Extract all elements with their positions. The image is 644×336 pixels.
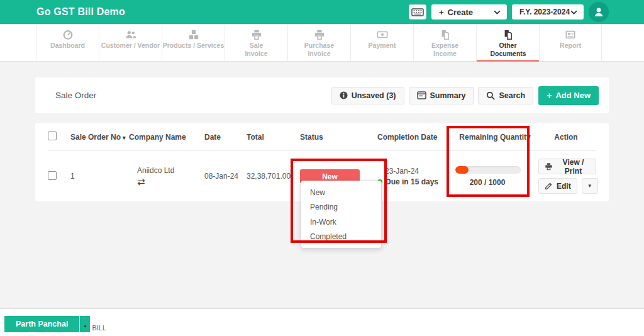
unsaved-label: Unsaved (3)	[352, 91, 396, 100]
company-name: Aniidco Ltd	[137, 166, 204, 175]
row-checkbox-cell	[48, 171, 70, 182]
chevron-down-icon	[494, 10, 501, 14]
printer-icon	[225, 29, 287, 40]
printer-icon	[545, 162, 553, 171]
nav-tab-label: Other Documents	[491, 42, 526, 58]
completion-date: 23-Jan-24	[377, 167, 454, 176]
sale-order-table: Sale Order No▾ Company Name Date Total S…	[35, 123, 609, 201]
nav-tab-customer-vendor[interactable]: Customer / Vendor	[99, 24, 162, 61]
edit-label: Edit	[557, 182, 571, 191]
nav-tab-label: Purchase Invoice	[302, 42, 337, 58]
banknote-icon	[351, 29, 413, 40]
status-dropdown-menu: New Pending In-Work Completed	[301, 181, 382, 249]
status-option-pending[interactable]: Pending	[301, 200, 381, 215]
nav-tab-products-services[interactable]: Products / Services	[162, 24, 225, 61]
table-header-row: Sale Order No▾ Company Name Date Total S…	[48, 123, 596, 151]
date-cell: 08-Jan-24	[204, 172, 247, 181]
user-avatar[interactable]	[589, 2, 609, 22]
remaining-progress-bar	[455, 166, 521, 174]
user-menu-caret-button[interactable]: ▲	[79, 316, 90, 332]
sort-caret-icon: ▾	[123, 135, 126, 141]
due-line: Due in 15 days	[377, 177, 454, 186]
select-all-checkbox[interactable]	[48, 132, 57, 140]
due-text: Due in 15 days	[386, 177, 438, 186]
add-new-label: Add New	[555, 91, 591, 100]
keyboard-shortcut-button[interactable]	[409, 4, 426, 20]
column-action: Action	[536, 133, 596, 142]
swap-arrows-icon[interactable]: ⇄	[137, 177, 145, 186]
nav-tab-label: Expense Income	[428, 42, 463, 58]
status-option-new[interactable]: New	[301, 185, 381, 200]
column-date: Date	[204, 133, 247, 142]
summary-label: Summary	[430, 91, 466, 100]
caret-down-icon: ▼	[587, 183, 592, 189]
keyboard-icon	[411, 8, 424, 16]
nav-tab-label: Dashboard	[36, 42, 99, 50]
documents-icon	[414, 29, 476, 40]
completion-cell: 23-Jan-24 Due in 15 days	[377, 167, 454, 186]
app-title: Go GST Bill Demo	[36, 6, 409, 18]
footer-bar: Parth Panchal ▲ BILL	[0, 308, 644, 336]
create-label: Create	[448, 8, 473, 17]
printer-icon	[288, 29, 350, 40]
total-cell: 32,38,701.00	[247, 172, 300, 181]
edit-pencil-icon	[545, 182, 553, 190]
nav-tab-label: Products / Services	[162, 42, 225, 50]
dashboard-icon	[36, 29, 99, 40]
info-icon	[340, 91, 348, 99]
user-name-button[interactable]: Parth Panchal	[4, 316, 79, 332]
chevron-down-icon	[570, 10, 577, 14]
order-no-cell: 1	[70, 172, 129, 181]
column-company-name: Company Name	[129, 133, 204, 142]
nav-tab-label: Report	[540, 42, 601, 50]
nav-tab-dashboard[interactable]: Dashboard	[36, 24, 99, 61]
nav-tab-sale-invoice[interactable]: Sale Invoice	[225, 24, 287, 61]
column-sale-order-no[interactable]: Sale Order No▾	[70, 133, 129, 142]
table-row: 1 Aniidco Ltd ⇄ 08-Jan-24 32,38,701.00 N…	[48, 151, 596, 201]
search-icon	[486, 91, 495, 100]
main-navigation: Dashboard Customer / Vendor Products / S…	[0, 24, 644, 62]
nav-tab-expense-income[interactable]: Expense Income	[413, 24, 476, 61]
remaining-cell: 200 / 1000	[454, 166, 536, 187]
remaining-progress-fill	[455, 166, 469, 174]
person-icon	[592, 6, 605, 18]
column-remaining-quantity: Remaining Quantity	[454, 133, 536, 142]
create-dropdown[interactable]: +Create	[431, 4, 507, 20]
nav-tab-label: Customer / Vendor	[99, 42, 162, 50]
financial-year-select[interactable]: F.Y. 2023-2024	[512, 4, 584, 20]
status-option-in-work[interactable]: In-Work	[301, 215, 381, 230]
edit-button[interactable]: Edit	[538, 178, 577, 194]
search-label: Search	[499, 91, 525, 100]
plus-icon: +	[439, 8, 444, 17]
caret-up-icon: ▲	[83, 323, 87, 328]
more-actions-button[interactable]: ▼	[582, 178, 598, 194]
row-checkbox[interactable]	[48, 171, 57, 180]
unsaved-button[interactable]: Unsaved (3)	[331, 87, 404, 104]
nav-tab-other-documents[interactable]: Other Documents	[476, 24, 539, 61]
column-status: Status	[300, 123, 377, 150]
status-option-completed[interactable]: Completed	[301, 230, 381, 245]
add-new-button[interactable]: + Add New	[538, 86, 599, 105]
summary-button[interactable]: Summary	[409, 87, 474, 104]
summary-icon	[417, 91, 426, 99]
view-print-button[interactable]: View / Print	[538, 159, 596, 174]
company-cell: Aniidco Ltd ⇄	[129, 166, 204, 187]
column-total: Total	[247, 133, 300, 142]
documents-icon	[477, 29, 539, 40]
view-print-label: View / Print	[557, 158, 590, 176]
search-button[interactable]: Search	[478, 87, 533, 104]
column-completion-date: Completion Date	[377, 133, 454, 142]
top-header-bar: Go GST Bill Demo +Create F.Y. 2023-2024	[0, 0, 644, 24]
nav-tab-label: Sale Invoice	[239, 42, 274, 58]
report-icon	[540, 29, 601, 40]
nav-tab-label: Payment	[351, 42, 413, 50]
nav-tab-report[interactable]: Report	[539, 24, 602, 61]
financial-year-value: F.Y. 2023-2024	[519, 8, 570, 16]
brand-text: BILL	[92, 324, 106, 332]
nav-tab-payment[interactable]: Payment	[350, 24, 413, 61]
page-title: Sale Order	[55, 91, 327, 100]
remaining-label: 200 / 1000	[454, 178, 521, 187]
nav-tab-purchase-invoice[interactable]: Purchase Invoice	[287, 24, 350, 61]
action-cell: View / Print Edit ▼	[536, 159, 596, 194]
topbar-controls: +Create F.Y. 2023-2024	[409, 2, 609, 22]
